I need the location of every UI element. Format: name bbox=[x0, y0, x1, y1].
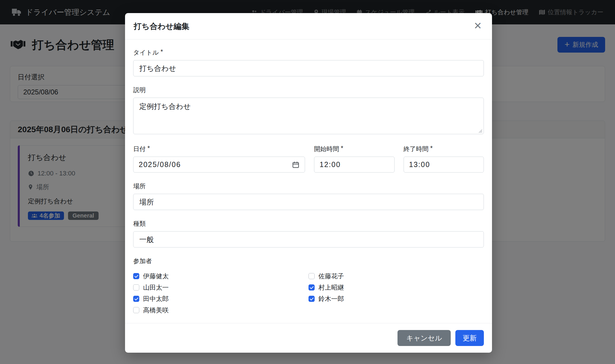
field-participants: 参加者 伊藤健太 山田太一 田中太郎 bbox=[133, 257, 484, 316]
field-type: 種類 bbox=[133, 219, 484, 248]
checkbox[interactable] bbox=[133, 307, 139, 313]
checkbox[interactable] bbox=[133, 273, 139, 279]
participant-sato-hanako[interactable]: 佐藤花子 bbox=[309, 270, 484, 282]
participant-yamada-taichi[interactable]: 山田太一 bbox=[133, 282, 309, 293]
checkbox[interactable] bbox=[133, 284, 139, 291]
modal-header: 打ち合わせ編集 × bbox=[125, 13, 492, 40]
required-mark: * bbox=[161, 48, 163, 57]
checkbox[interactable] bbox=[309, 296, 315, 302]
field-end-time: 終了時間 * 13:00 bbox=[404, 145, 484, 173]
checkbox[interactable] bbox=[309, 284, 315, 291]
checkbox[interactable] bbox=[133, 296, 139, 302]
start-time-label: 開始時間 bbox=[314, 145, 339, 153]
description-label: 説明 bbox=[133, 86, 146, 94]
checkbox[interactable] bbox=[309, 273, 315, 279]
date-label: 日付 bbox=[133, 145, 146, 153]
field-location: 場所 bbox=[133, 182, 484, 210]
participants-label: 参加者 bbox=[133, 257, 152, 265]
type-input[interactable] bbox=[133, 231, 484, 248]
end-time-input[interactable]: 13:00 bbox=[404, 157, 484, 173]
participant-takahashi-misaki[interactable]: 高橋美咲 bbox=[133, 304, 309, 316]
required-mark: * bbox=[430, 145, 433, 153]
field-description: 説明 定例打ち合わせ bbox=[133, 86, 484, 135]
start-time-input[interactable]: 12:00 bbox=[314, 157, 394, 173]
title-label: タイトル bbox=[133, 48, 159, 57]
description-textarea[interactable]: 定例打ち合わせ bbox=[133, 98, 484, 134]
required-mark: * bbox=[147, 145, 150, 153]
edit-meeting-modal: 打ち合わせ編集 × タイトル * 説明 定例打ち合わせ bbox=[125, 13, 492, 353]
field-title: タイトル * bbox=[133, 48, 484, 76]
field-start-time: 開始時間 * 12:00 bbox=[314, 145, 394, 173]
field-date: 日付 * 2025/08/06 bbox=[133, 145, 305, 173]
participant-suzuki-ichiro[interactable]: 鈴木一郎 bbox=[309, 293, 484, 304]
required-mark: * bbox=[341, 145, 343, 153]
end-time-label: 終了時間 bbox=[404, 145, 429, 153]
title-input[interactable] bbox=[133, 60, 484, 76]
participant-murakami-akitsugu[interactable]: 村上昭継 bbox=[309, 282, 484, 293]
participant-tanaka-taro[interactable]: 田中太郎 bbox=[133, 293, 309, 304]
location-input[interactable] bbox=[133, 194, 484, 210]
participant-ito-kenta[interactable]: 伊藤健太 bbox=[133, 270, 309, 282]
modal-title: 打ち合わせ編集 bbox=[134, 21, 189, 32]
participants-grid: 伊藤健太 山田太一 田中太郎 高橋美咲 bbox=[133, 270, 484, 316]
modal-footer: キャンセル 更新 bbox=[125, 323, 492, 353]
modal-body: タイトル * 説明 定例打ち合わせ 日付 bbox=[125, 40, 492, 323]
date-input[interactable]: 2025/08/06 bbox=[133, 157, 305, 173]
cancel-button[interactable]: キャンセル bbox=[397, 330, 451, 346]
update-button[interactable]: 更新 bbox=[455, 330, 484, 346]
date-time-row: 日付 * 2025/08/06 開始時間 * bbox=[133, 145, 484, 173]
close-icon[interactable]: × bbox=[472, 21, 483, 30]
location-label: 場所 bbox=[133, 182, 146, 190]
type-label: 種類 bbox=[133, 219, 146, 228]
calendar-icon[interactable] bbox=[292, 161, 300, 168]
